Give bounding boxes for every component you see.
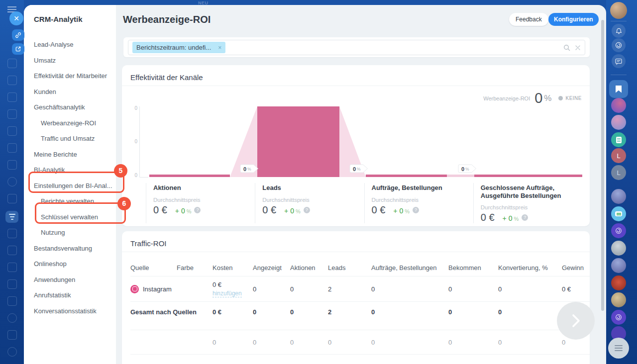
chat-lines-icon (615, 58, 623, 65)
configure-button[interactable]: Konfigurieren (548, 13, 599, 26)
conversion-badge: 0 % (350, 165, 368, 173)
copilot-chat-avatar[interactable] (611, 223, 626, 238)
menu-item-konversationsstatistik[interactable]: Konversationsstatistik (24, 303, 116, 319)
chat-avatar[interactable] (611, 189, 626, 204)
crm-icon[interactable] (7, 126, 17, 136)
user-avatar[interactable] (610, 2, 627, 19)
source-label: Instagram (143, 285, 172, 293)
stats-icon[interactable] (7, 330, 17, 340)
store-icon[interactable] (7, 246, 17, 255)
stat-geschlossene: Geschlossene Aufträge, Ausgeführte Beste… (473, 183, 582, 223)
help-icon[interactable]: ? (194, 207, 201, 213)
chip-close-icon[interactable]: × (218, 44, 221, 51)
copilot-spiral-icon (615, 313, 623, 321)
bookmarks-button[interactable] (609, 80, 628, 98)
messenger-button[interactable] (612, 54, 626, 68)
menu-item-onlineshop[interactable]: Onlineshop (24, 256, 116, 272)
chat-avatar[interactable] (611, 115, 626, 130)
menu-item-werbeanzeige-roi[interactable]: Werbeanzeige-ROI (24, 115, 116, 131)
chat-avatar[interactable] (611, 292, 626, 307)
contacts-icon[interactable] (7, 160, 17, 170)
chat-avatar-letter[interactable]: L (611, 165, 626, 180)
link-icon (14, 31, 22, 39)
cell-kosten: 0 € (212, 281, 253, 288)
docs-edit-icon[interactable] (7, 263, 17, 272)
channels-card: Effektivität der Kanäle Werbeanzeige-ROI… (122, 65, 590, 226)
menu-title: CRM-Analytik (34, 15, 83, 23)
calendar-icon[interactable] (7, 76, 17, 85)
close-menu-button[interactable]: ✕ (9, 11, 23, 25)
chat-document-avatar[interactable] (611, 132, 626, 147)
filter-chip-label: Berichtszeitraum: undefi... (136, 44, 211, 51)
document-icon[interactable] (7, 92, 17, 102)
menu-item-anrufstatistik[interactable]: Anrufstatistik (24, 287, 116, 303)
help-icon[interactable]: ? (413, 207, 419, 213)
menu-item-nutzung[interactable]: Nutzung (24, 225, 116, 241)
stat-auftraege: Aufträge, Bestellungen Durchschnittsprei… (364, 183, 473, 223)
chat-list-menu-button[interactable] (608, 338, 629, 359)
menu-item-lead-analyse[interactable]: Lead-Analyse (24, 37, 116, 53)
help-icon[interactable]: ? (304, 207, 310, 213)
target-icon[interactable] (7, 313, 17, 323)
chat-avatar[interactable] (611, 275, 626, 290)
svg-text:0: 0 (461, 166, 464, 172)
menu-item-meine-berichte[interactable]: Meine Berichte (24, 147, 116, 163)
open-external-button[interactable] (12, 43, 24, 55)
chat-avatar[interactable] (611, 258, 626, 273)
annotation-box-6 (35, 202, 126, 224)
clear-filter-icon[interactable] (575, 45, 581, 51)
traffic-card-title: Traffic-ROI (130, 239, 167, 248)
crm-analytics-filter-icon[interactable] (5, 211, 18, 223)
menu-item-traffic-und-umsatz[interactable]: Traffic und Umsatz (24, 131, 116, 147)
settings-gear-icon[interactable] (7, 347, 17, 357)
copilot-chat-avatar[interactable] (611, 310, 626, 325)
roi-label: Werbeanzeige-ROI (483, 95, 530, 101)
stat-leads: Leads Durchschnittspreis 0 € + 0 % ? (255, 183, 364, 223)
add-cost-link[interactable]: hinzufügen (212, 290, 242, 297)
tasks-icon[interactable] (7, 109, 17, 119)
filter-chip[interactable]: Berichtszeitraum: undefi... × (132, 42, 225, 53)
chat-avatar-letter[interactable]: L (611, 148, 626, 163)
chat-icon[interactable] (7, 59, 17, 68)
search-icon[interactable] (563, 44, 570, 51)
channels-card-title: Effektivität der Kanäle (130, 73, 203, 82)
copilot-button[interactable] (612, 38, 626, 52)
bi-board-icon[interactable] (7, 194, 17, 203)
hamburger-menu-icon[interactable] (7, 6, 16, 7)
bell-icon (615, 27, 623, 35)
menu-item-kunden[interactable]: Kunden (24, 84, 116, 100)
table-row-total: Gesamt nach Quellen 0 € 0 0 2 0 0 0 0 € (130, 302, 590, 330)
feedback-button[interactable]: Feedback (509, 13, 548, 26)
chat-bubbles-avatar[interactable] (611, 206, 626, 221)
copilot-spiral-icon (615, 227, 623, 235)
menu-item-umsatz[interactable]: Umsatz (24, 53, 116, 69)
annotation-box-5 (28, 172, 124, 193)
menu-item-effektivitaet-mitarbeiter[interactable]: Effektivität der Mitarbeiter (24, 68, 116, 84)
col-gewinn: Gewinn (562, 264, 587, 272)
chat-avatar[interactable] (611, 98, 626, 113)
help-icon[interactable]: ? (522, 214, 528, 221)
y-tick: 0 (134, 173, 137, 178)
cart-icon[interactable] (7, 296, 17, 306)
bot-icon[interactable] (7, 279, 17, 289)
svg-text:%: % (465, 167, 469, 172)
menu-item-bestandsverwaltung[interactable]: Bestandsverwaltung (24, 241, 116, 257)
idcard-icon[interactable] (7, 229, 17, 238)
chat-avatar[interactable] (611, 241, 626, 256)
conversion-badge: 0 % (458, 165, 476, 173)
vertical-scrollbar[interactable] (601, 20, 604, 311)
col-aktionen: Aktionen (290, 264, 328, 272)
external-link-icon (14, 45, 22, 53)
menu-item-geschaeftsanalytik[interactable]: Geschäftsanalytik (24, 99, 116, 115)
notifications-button[interactable] (612, 24, 626, 38)
table-row-instagram[interactable]: Instagram 0 € hinzufügen 0 0 2 0 0 0 0 € (130, 276, 590, 302)
copy-link-button[interactable] (12, 29, 24, 41)
funnel-stats-row: Aktionen Durchschnittspreis 0 € + 0 % ? … (146, 183, 582, 223)
marketing-target-icon[interactable] (7, 177, 17, 186)
col-kosten: Kosten (212, 264, 253, 272)
table-scroll-next-button[interactable] (557, 302, 595, 340)
mail-icon[interactable] (7, 143, 17, 153)
filter-input[interactable]: Berichtszeitraum: undefi... × (128, 40, 585, 55)
bookmark-icon (616, 86, 622, 93)
menu-item-anwendungen[interactable]: Anwendungen (24, 272, 116, 288)
